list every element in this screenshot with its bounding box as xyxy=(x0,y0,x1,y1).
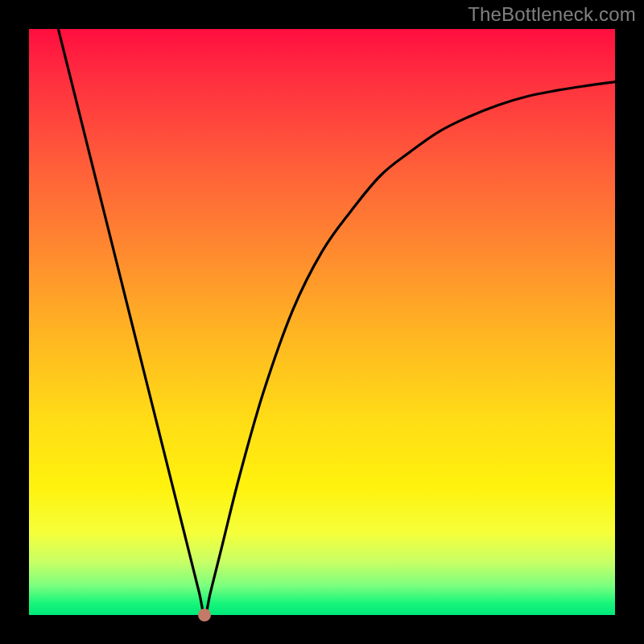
minimum-marker-dot xyxy=(198,609,211,621)
chart-frame: TheBottleneck.com xyxy=(0,0,644,644)
watermark-text: TheBottleneck.com xyxy=(468,3,636,26)
bottleneck-curve xyxy=(29,29,615,615)
plot-area xyxy=(29,29,615,615)
